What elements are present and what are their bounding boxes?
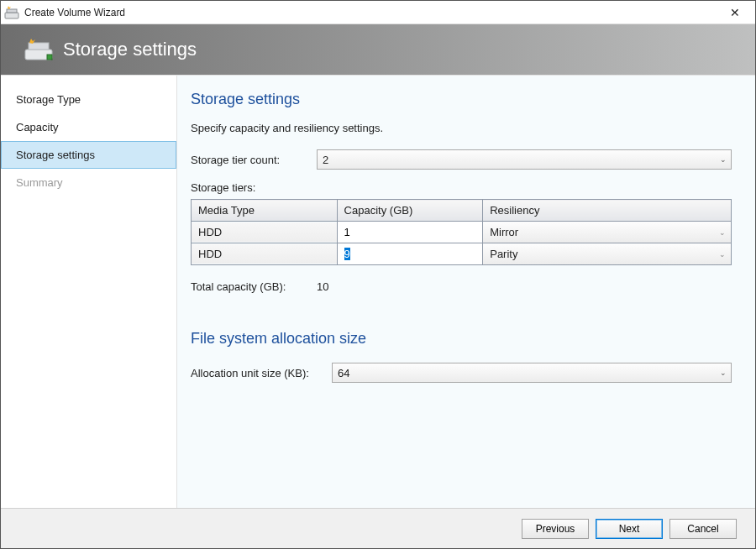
close-button[interactable]: ✕: [718, 1, 752, 24]
resiliency-value: Mirror: [490, 226, 518, 238]
svg-rect-1: [7, 9, 17, 13]
chevron-down-icon: ⌄: [719, 228, 726, 237]
resiliency-value: Parity: [490, 248, 517, 260]
svg-rect-6: [47, 55, 52, 60]
total-capacity-label: Total capacity (GB):: [191, 280, 317, 293]
col-media-type: Media Type: [192, 200, 338, 222]
allocation-value: 64: [338, 367, 349, 379]
resiliency-dropdown[interactable]: Parity ⌄: [483, 243, 731, 264]
next-button[interactable]: Next: [596, 519, 663, 539]
sidebar-item-label: Capacity: [16, 121, 59, 133]
banner: Storage settings: [1, 24, 755, 75]
wizard-window: Create Volume Wizard ✕ Storage settings …: [0, 0, 756, 549]
chevron-down-icon: ⌄: [720, 155, 727, 164]
section-description: Specify capacity and resiliency settings…: [191, 122, 732, 134]
table-row: HDD Mirror ⌄: [192, 222, 732, 243]
tier-count-dropdown[interactable]: 2 ⌄: [317, 149, 732, 170]
sidebar-item-label: Storage settings: [16, 149, 95, 161]
col-resiliency: Resiliency: [483, 200, 732, 222]
previous-button[interactable]: Previous: [522, 519, 589, 539]
capacity-input[interactable]: [338, 222, 483, 243]
media-type-cell: HDD: [192, 244, 337, 264]
sidebar-item-storage-settings[interactable]: Storage settings: [1, 141, 176, 169]
tier-count-label: Storage tier count:: [191, 154, 317, 166]
resiliency-dropdown[interactable]: Mirror ⌄: [483, 222, 731, 243]
sidebar-item-capacity[interactable]: Capacity: [1, 113, 176, 141]
content-pane: Storage settings Specify capacity and re…: [177, 76, 755, 508]
allocation-row: Allocation unit size (KB): 64 ⌄: [191, 363, 732, 383]
allocation-dropdown[interactable]: 64 ⌄: [332, 363, 732, 383]
sidebar-item-label: Summary: [16, 176, 63, 189]
footer: Previous Next Cancel: [1, 508, 755, 548]
volume-wizard-icon: [4, 5, 19, 20]
sidebar-item-storage-type[interactable]: Storage Type: [1, 86, 176, 113]
close-icon: ✕: [730, 6, 740, 19]
chevron-down-icon: ⌄: [720, 369, 727, 377]
tier-count-value: 2: [323, 154, 328, 166]
sidebar: Storage Type Capacity Storage settings S…: [1, 76, 177, 508]
chevron-down-icon: ⌄: [719, 250, 726, 259]
media-type-cell: HDD: [192, 222, 337, 242]
cancel-button[interactable]: Cancel: [669, 519, 737, 539]
tiers-label: Storage tiers:: [191, 181, 732, 194]
titlebar: Create Volume Wizard ✕: [1, 1, 755, 24]
sidebar-item-summary: Summary: [1, 169, 176, 196]
section-title-storage: Storage settings: [191, 91, 732, 108]
allocation-label: Allocation unit size (KB):: [191, 367, 332, 379]
total-capacity-value: 10: [317, 280, 328, 293]
table-row: HDD Parity ⌄: [192, 243, 732, 265]
window-title: Create Volume Wizard: [24, 7, 718, 18]
svg-marker-2: [8, 6, 11, 9]
sidebar-item-label: Storage Type: [16, 93, 81, 106]
tier-count-row: Storage tier count: 2 ⌄: [191, 149, 732, 170]
capacity-input[interactable]: [338, 243, 483, 264]
banner-title: Storage settings: [63, 39, 197, 60]
svg-rect-4: [29, 43, 49, 50]
total-capacity-row: Total capacity (GB): 10: [191, 280, 732, 293]
svg-rect-0: [5, 13, 18, 18]
storage-icon: [24, 38, 53, 61]
tiers-table: Media Type Capacity (GB) Resiliency HDD …: [191, 199, 732, 265]
wizard-body: Storage Type Capacity Storage settings S…: [1, 75, 755, 508]
section-title-allocation: File system allocation size: [191, 330, 732, 348]
col-capacity: Capacity (GB): [337, 200, 483, 222]
